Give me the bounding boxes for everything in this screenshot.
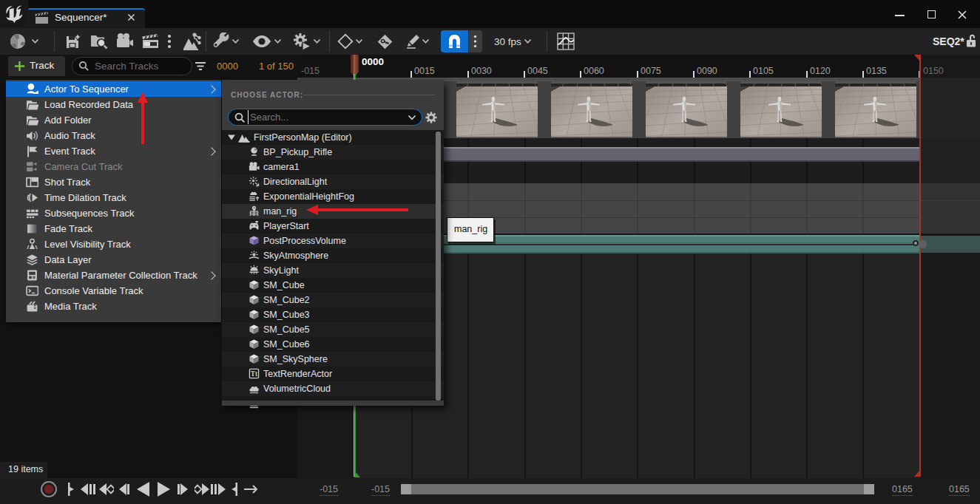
svg-text:Tt: Tt bbox=[251, 370, 258, 378]
